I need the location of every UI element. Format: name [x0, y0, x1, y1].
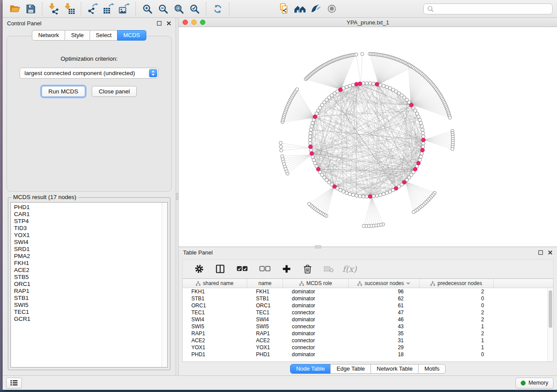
- select-all-columns-button[interactable]: [235, 262, 249, 276]
- ring-node[interactable]: [382, 192, 385, 196]
- unselect-all-columns-button[interactable]: [257, 262, 272, 276]
- mcds-result-item[interactable]: RAP1: [14, 288, 162, 295]
- leaf-node[interactable]: [308, 202, 311, 205]
- criterion-select[interactable]: largest connected component (undirected): [20, 68, 159, 79]
- table-vertical-scrollbar[interactable]: [547, 288, 553, 361]
- table-row[interactable]: FKH1FKH1dominator962: [183, 288, 553, 295]
- zoom-out-button[interactable]: [156, 1, 170, 16]
- table-row[interactable]: ACE2ACE2connector311: [183, 337, 553, 344]
- tab-select[interactable]: Select: [90, 30, 118, 41]
- ring-node[interactable]: [309, 148, 313, 152]
- ring-node[interactable]: [418, 118, 422, 122]
- export-network-button[interactable]: [86, 1, 100, 16]
- ring-node[interactable]: [417, 115, 420, 118]
- ring-node[interactable]: [308, 141, 312, 145]
- ring-node[interactable]: [365, 195, 369, 198]
- run-mcds-button[interactable]: Run MCDS: [42, 86, 85, 97]
- search-box[interactable]: [423, 3, 553, 14]
- clone-network-button[interactable]: [277, 1, 291, 16]
- mcds-result-item[interactable]: STB5: [14, 274, 162, 281]
- panel-menu-button[interactable]: [6, 378, 22, 389]
- mcds-hub-node[interactable]: [313, 115, 317, 119]
- mcds-hub-node[interactable]: [332, 185, 336, 189]
- table-row[interactable]: PHD1PHD1dominator180: [183, 351, 553, 358]
- column-header-successor-nodes[interactable]: successor nodes: [349, 279, 419, 288]
- ring-node[interactable]: [348, 192, 352, 196]
- ring-node[interactable]: [368, 82, 372, 85]
- close-table-panel-icon[interactable]: [548, 250, 553, 255]
- panel-splitter[interactable]: [176, 18, 179, 375]
- ring-node[interactable]: [421, 145, 425, 148]
- mcds-hub-node[interactable]: [358, 82, 362, 86]
- float-table-panel-icon[interactable]: [538, 250, 543, 255]
- ring-node[interactable]: [313, 162, 317, 165]
- delete-column-button[interactable]: [301, 262, 314, 276]
- ring-node[interactable]: [421, 131, 425, 135]
- mcds-result-item[interactable]: PMA2: [14, 253, 162, 260]
- leaf-node[interactable]: [280, 149, 283, 152]
- mcds-result-item[interactable]: STB1: [14, 295, 162, 302]
- tab-mcds[interactable]: MCDS: [117, 30, 146, 41]
- tab-motifs[interactable]: Motifs: [418, 364, 446, 374]
- table-row[interactable]: SWI5SWI5connector431: [183, 323, 553, 330]
- table-row[interactable]: TEC1TEC1connector472: [183, 309, 553, 316]
- mcds-hub-node[interactable]: [421, 148, 425, 152]
- leaf-node[interactable]: [360, 52, 363, 55]
- ring-node[interactable]: [362, 82, 365, 85]
- mcds-hub-node[interactable]: [308, 145, 312, 149]
- ring-node[interactable]: [385, 191, 389, 195]
- ring-node[interactable]: [375, 194, 379, 197]
- zoom-in-button[interactable]: [140, 1, 154, 16]
- mcds-result-item[interactable]: FKH1: [14, 260, 162, 267]
- leaf-node[interactable]: [279, 145, 282, 148]
- ring-node[interactable]: [372, 82, 375, 86]
- ring-node[interactable]: [385, 85, 389, 89]
- splitter-handle[interactable]: [176, 193, 178, 200]
- close-panel-icon[interactable]: [166, 21, 171, 26]
- mcds-hub-node[interactable]: [316, 167, 320, 171]
- ring-node[interactable]: [345, 85, 349, 89]
- ring-node[interactable]: [379, 193, 382, 197]
- ring-node[interactable]: [352, 83, 355, 87]
- mcds-hub-node[interactable]: [394, 186, 398, 190]
- column-header-name[interactable]: name: [247, 279, 283, 288]
- leaf-node[interactable]: [451, 147, 454, 150]
- ring-node[interactable]: [419, 121, 422, 125]
- ring-node[interactable]: [345, 191, 349, 195]
- delete-table-button[interactable]: [322, 262, 335, 276]
- mcds-result-item[interactable]: SWI5: [14, 302, 162, 309]
- import-table-button[interactable]: [62, 1, 76, 16]
- ring-node[interactable]: [309, 131, 312, 135]
- ring-node[interactable]: [422, 135, 425, 138]
- table-row[interactable]: STB1STB1dominator620: [183, 295, 553, 302]
- hide-graphics-details-button[interactable]: [325, 1, 339, 16]
- close-panel-button[interactable]: Close panel: [92, 86, 137, 97]
- open-session-button[interactable]: [8, 1, 22, 16]
- mcds-result-item[interactable]: TEC1: [14, 309, 162, 316]
- float-panel-icon[interactable]: [157, 21, 162, 26]
- column-header-mcds-role[interactable]: MCDS role: [283, 279, 349, 288]
- mcds-hub-node[interactable]: [310, 151, 314, 155]
- leaf-node[interactable]: [279, 141, 282, 144]
- save-session-button[interactable]: [24, 1, 38, 16]
- mcds-result-item[interactable]: TID3: [14, 225, 162, 232]
- search-input[interactable]: [436, 5, 549, 13]
- ring-node[interactable]: [388, 190, 392, 193]
- mcds-result-item[interactable]: SWI4: [14, 239, 162, 246]
- ring-node[interactable]: [422, 141, 425, 145]
- mcds-hub-node[interactable]: [413, 167, 417, 171]
- ring-node[interactable]: [309, 128, 313, 131]
- zoom-selected-button[interactable]: [187, 1, 201, 16]
- table-row[interactable]: ORC1ORC1dominator610: [183, 302, 553, 309]
- mcds-result-item[interactable]: ORC1: [14, 281, 162, 288]
- table-settings-button[interactable]: [193, 262, 206, 276]
- ring-node[interactable]: [372, 194, 375, 198]
- ring-node[interactable]: [310, 125, 314, 128]
- mcds-hub-node[interactable]: [422, 138, 426, 142]
- mcds-result-item[interactable]: PHD1: [14, 204, 162, 211]
- mcds-hub-node[interactable]: [339, 88, 343, 92]
- scrollbar-thumb[interactable]: [549, 290, 552, 328]
- leaf-node[interactable]: [280, 155, 284, 158]
- leaf-node[interactable]: [412, 210, 415, 213]
- leaf-node[interactable]: [295, 88, 298, 91]
